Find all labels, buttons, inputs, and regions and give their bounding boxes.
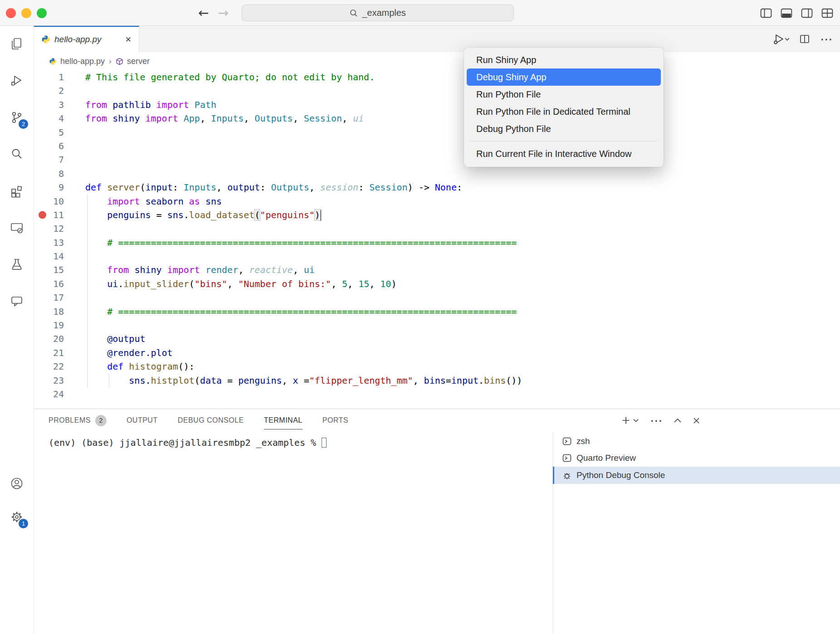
- code-line[interactable]: 13 # ===================================…: [34, 236, 840, 249]
- gutter[interactable]: 20: [34, 332, 65, 346]
- gutter[interactable]: 15: [34, 263, 65, 277]
- breakpoint-icon[interactable]: [39, 211, 46, 219]
- code-line[interactable]: 22 def histogram():: [34, 360, 840, 373]
- gutter[interactable]: 21: [34, 346, 65, 360]
- new-terminal-button[interactable]: [621, 416, 639, 425]
- code-line[interactable]: 17: [34, 291, 840, 304]
- gutter[interactable]: 1: [34, 70, 65, 84]
- split-editor-button[interactable]: [799, 34, 810, 44]
- menu-item[interactable]: Run Current File in Interactive Window: [467, 145, 661, 162]
- remote-explorer-icon[interactable]: [6, 217, 28, 239]
- code-text: def server(input: Inputs, output: Output…: [85, 180, 462, 194]
- code-line[interactable]: 6: [34, 139, 840, 153]
- code-line[interactable]: 5: [34, 126, 840, 139]
- close-panel-icon[interactable]: [693, 417, 700, 424]
- settings-gear-icon[interactable]: 1: [6, 506, 28, 528]
- comments-icon[interactable]: [6, 290, 28, 312]
- gutter[interactable]: 17: [34, 291, 65, 304]
- gutter[interactable]: 7: [34, 153, 65, 166]
- toggle-panel-icon[interactable]: [781, 8, 792, 19]
- panel-tab-ports[interactable]: PORTS: [322, 409, 348, 432]
- gutter[interactable]: 11: [34, 208, 65, 222]
- gutter[interactable]: 12: [34, 222, 65, 235]
- terminal-list-item[interactable]: zsh: [553, 433, 840, 450]
- gutter[interactable]: 24: [34, 387, 65, 401]
- customize-layout-icon[interactable]: [821, 8, 833, 19]
- code-line[interactable]: 20 @output: [34, 332, 840, 346]
- source-control-icon[interactable]: 2: [6, 107, 28, 128]
- panel-tab-terminal[interactable]: TERMINAL: [264, 409, 303, 432]
- code-line[interactable]: 16 ui.input_slider("bins", "Number of bi…: [34, 277, 840, 291]
- gutter[interactable]: 14: [34, 249, 65, 263]
- panel-tab-problems[interactable]: PROBLEMS2: [49, 409, 107, 432]
- minimize-window-button[interactable]: [21, 8, 31, 18]
- code-text: penguins = sns.load_dataset("penguins"): [85, 208, 321, 222]
- menu-item[interactable]: Debug Python File: [467, 120, 661, 137]
- code-line[interactable]: 1# This file generated by Quarto; do not…: [34, 70, 840, 84]
- code-line[interactable]: 23 sns.histplot(data = penguins, x ="fli…: [34, 374, 840, 387]
- code-line[interactable]: 19: [34, 318, 840, 332]
- gutter[interactable]: 6: [34, 139, 65, 153]
- toggle-secondary-sidebar-icon[interactable]: [801, 8, 813, 19]
- gutter[interactable]: 3: [34, 98, 65, 112]
- breadcrumb-symbol[interactable]: server: [127, 57, 150, 66]
- terminal[interactable]: (env) (base) jjallaire@jjallairesmbp2 _e…: [49, 437, 327, 448]
- code-line[interactable]: 11 penguins = sns.load_dataset("penguins…: [34, 208, 840, 222]
- menu-item[interactable]: Run Python File: [467, 86, 661, 103]
- code-line[interactable]: 8: [34, 167, 840, 180]
- maximize-panel-icon[interactable]: [674, 417, 682, 424]
- code-line[interactable]: 10 import seaborn as sns: [34, 195, 840, 208]
- gutter[interactable]: 2: [34, 84, 65, 98]
- panel-tab-output[interactable]: OUTPUT: [127, 409, 158, 432]
- gutter[interactable]: 23: [34, 374, 65, 387]
- code-line[interactable]: 4from shiny import App, Inputs, Outputs,…: [34, 112, 840, 125]
- menu-item[interactable]: Run Python File in Dedicated Terminal: [467, 103, 661, 120]
- gutter[interactable]: 18: [34, 305, 65, 318]
- code-line[interactable]: 18 # ===================================…: [34, 305, 840, 318]
- search-sidebar-icon[interactable]: [6, 143, 28, 165]
- panel-tab-debug-console[interactable]: DEBUG CONSOLE: [178, 409, 244, 432]
- tab-close-icon[interactable]: ✕: [125, 35, 132, 44]
- close-window-button[interactable]: [6, 8, 16, 18]
- toggle-primary-sidebar-icon[interactable]: [760, 8, 772, 19]
- explorer-icon[interactable]: [6, 33, 28, 55]
- zoom-window-button[interactable]: [37, 8, 47, 18]
- code-line[interactable]: 21 @render.plot: [34, 346, 840, 360]
- code-line[interactable]: 24: [34, 387, 840, 401]
- testing-icon[interactable]: [6, 254, 28, 275]
- code-line[interactable]: 12: [34, 222, 840, 235]
- gutter[interactable]: 4: [34, 112, 65, 125]
- code-editor[interactable]: 1# This file generated by Quarto; do not…: [34, 70, 840, 409]
- settings-badge: 1: [18, 518, 29, 529]
- terminal-list-item[interactable]: Python Debug Console: [553, 467, 840, 484]
- more-actions-button[interactable]: ⋯: [820, 32, 833, 47]
- code-line[interactable]: 9def server(input: Inputs, output: Outpu…: [34, 180, 840, 194]
- run-or-debug-button[interactable]: [773, 33, 789, 45]
- menu-item[interactable]: Debug Shiny App: [467, 68, 661, 86]
- breadcrumb-file[interactable]: hello-app.py: [60, 57, 105, 66]
- back-button[interactable]: ←: [198, 5, 209, 20]
- gutter[interactable]: 8: [34, 167, 65, 180]
- gutter[interactable]: 10: [34, 195, 65, 208]
- gutter[interactable]: 22: [34, 360, 65, 373]
- code-line[interactable]: 3from pathlib import Path: [34, 98, 840, 112]
- extensions-icon[interactable]: [6, 180, 28, 202]
- code-line[interactable]: 15 from shiny import render, reactive, u…: [34, 263, 840, 277]
- gutter[interactable]: 9: [34, 180, 65, 194]
- code-line[interactable]: 2: [34, 84, 840, 98]
- gutter[interactable]: 16: [34, 277, 65, 291]
- panel-more-actions-button[interactable]: ⋯: [650, 413, 663, 428]
- search-value: _examples: [362, 8, 406, 18]
- code-line[interactable]: 7: [34, 153, 840, 166]
- terminal-list-item[interactable]: Quarto Preview: [553, 450, 840, 467]
- forward-button[interactable]: →: [218, 5, 228, 20]
- gutter[interactable]: 13: [34, 236, 65, 249]
- gutter[interactable]: 5: [34, 126, 65, 139]
- account-icon[interactable]: [6, 473, 28, 494]
- command-center-search[interactable]: _examples: [242, 5, 514, 21]
- code-line[interactable]: 14: [34, 249, 840, 263]
- tab-hello-app-py[interactable]: hello-app.py ✕: [34, 26, 139, 52]
- menu-item[interactable]: Run Shiny App: [467, 51, 661, 68]
- gutter[interactable]: 19: [34, 318, 65, 332]
- run-debug-icon[interactable]: [6, 70, 28, 92]
